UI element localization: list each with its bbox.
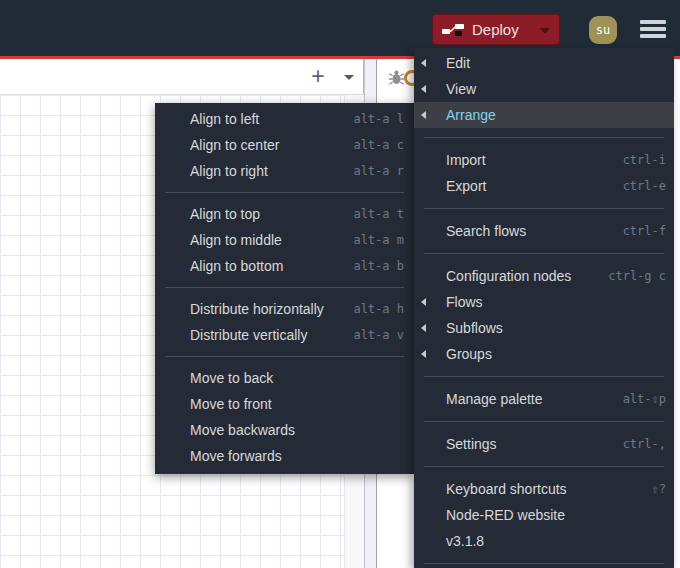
shortcut-label: alt-a b (353, 253, 404, 279)
hamburger-icon (640, 34, 666, 38)
shortcut-label: alt-a h (353, 296, 404, 322)
menu-item-settings[interactable]: Settings ctrl-, (414, 431, 674, 457)
shortcut-label: ctrl-f (623, 218, 666, 244)
flow-tabs-bar: + (0, 59, 364, 95)
menu-separator (424, 466, 664, 467)
submenu-item-align-to-middle[interactable]: Align to middle alt-a m (155, 227, 414, 253)
chevron-left-icon (421, 59, 426, 67)
menu-separator (424, 421, 664, 422)
shortcut-label: ctrl-g c (608, 263, 666, 289)
submenu-item-move-to-back[interactable]: Move to back (155, 365, 414, 391)
submenu-item-align-to-left[interactable]: Align to left alt-a l (155, 106, 414, 132)
menu-item-export[interactable]: Export ctrl-e (414, 173, 674, 199)
menu-item-import[interactable]: Import ctrl-i (414, 147, 674, 173)
deploy-button[interactable]: Deploy (432, 14, 560, 45)
shortcut-label: alt-a t (353, 201, 404, 227)
shortcut-label: ctrl-e (623, 173, 666, 199)
submenu-item-align-to-bottom[interactable]: Align to bottom alt-a b (155, 253, 414, 279)
shortcut-label: ⇧? (652, 476, 666, 502)
shortcut-label: alt-a r (353, 158, 404, 184)
submenu-item-distribute-horizontally[interactable]: Distribute horizontally alt-a h (155, 296, 414, 322)
chevron-left-icon (421, 350, 426, 358)
menu-separator (165, 356, 404, 357)
submenu-item-align-to-center[interactable]: Align to center alt-a c (155, 132, 414, 158)
menu-item-keyboard-shortcuts[interactable]: Keyboard shortcuts ⇧? (414, 476, 674, 502)
menu-separator (165, 287, 404, 288)
menu-separator (165, 192, 404, 193)
submenu-item-move-forwards[interactable]: Move forwards (155, 443, 414, 469)
menu-item-version[interactable]: v3.1.8 (414, 528, 674, 554)
shortcut-label: alt-a m (353, 227, 404, 253)
menu-item-manage-palette[interactable]: Manage palette alt-⇧p (414, 386, 674, 412)
node-red-editor: Deploy su + (0, 0, 680, 568)
menu-item-node-red-website[interactable]: Node-RED website (414, 502, 674, 528)
chevron-left-icon (421, 111, 426, 119)
tab-list-caret-icon[interactable] (344, 75, 354, 80)
add-flow-button[interactable]: + (303, 61, 333, 91)
menu-separator (424, 376, 664, 377)
hamburger-icon (640, 20, 666, 24)
submenu-item-move-to-front[interactable]: Move to front (155, 391, 414, 417)
user-avatar[interactable]: su (589, 16, 617, 44)
debug-tab-button[interactable] (388, 69, 405, 90)
shortcut-label: alt-⇧p (623, 386, 666, 412)
shortcut-label: ctrl-, (623, 431, 666, 457)
submenu-item-move-backwards[interactable]: Move backwards (155, 417, 414, 443)
chevron-left-icon (421, 298, 426, 306)
menu-item-groups[interactable]: Groups (414, 341, 674, 367)
hamburger-icon (640, 27, 666, 31)
submenu-item-distribute-vertically[interactable]: Distribute vertically alt-a v (155, 322, 414, 348)
menu-item-flows[interactable]: Flows (414, 289, 674, 315)
shortcut-label: alt-a v (353, 322, 404, 348)
submenu-item-align-to-top[interactable]: Align to top alt-a t (155, 201, 414, 227)
menu-separator (424, 208, 664, 209)
deploy-options-caret-icon[interactable] (540, 28, 550, 34)
menu-separator (424, 137, 664, 138)
shortcut-label: ctrl-i (623, 147, 666, 173)
main-menu-button[interactable] (640, 20, 666, 38)
deploy-button-label: Deploy (472, 21, 519, 38)
chevron-left-icon (421, 85, 426, 93)
menu-item-search-flows[interactable]: Search flows ctrl-f (414, 218, 674, 244)
menu-item-configuration-nodes[interactable]: Configuration nodes ctrl-g c (414, 263, 674, 289)
submenu-item-align-to-right[interactable]: Align to right alt-a r (155, 158, 414, 184)
arrange-submenu: Align to left alt-a l Align to center al… (155, 103, 414, 474)
main-menu-dropdown: Edit View Arrange Import ctrl-i Export c… (414, 48, 674, 568)
bug-icon (388, 69, 405, 86)
deploy-node-wire-icon (442, 21, 464, 38)
menu-item-view[interactable]: View (414, 76, 674, 102)
shortcut-label: alt-a c (353, 132, 404, 158)
menu-item-edit[interactable]: Edit (414, 50, 674, 76)
menu-separator (424, 563, 664, 564)
shortcut-label: alt-a l (353, 106, 404, 132)
menu-item-arrange[interactable]: Arrange (414, 102, 674, 128)
menu-item-subflows[interactable]: Subflows (414, 315, 674, 341)
menu-separator (424, 253, 664, 254)
chevron-left-icon (421, 324, 426, 332)
